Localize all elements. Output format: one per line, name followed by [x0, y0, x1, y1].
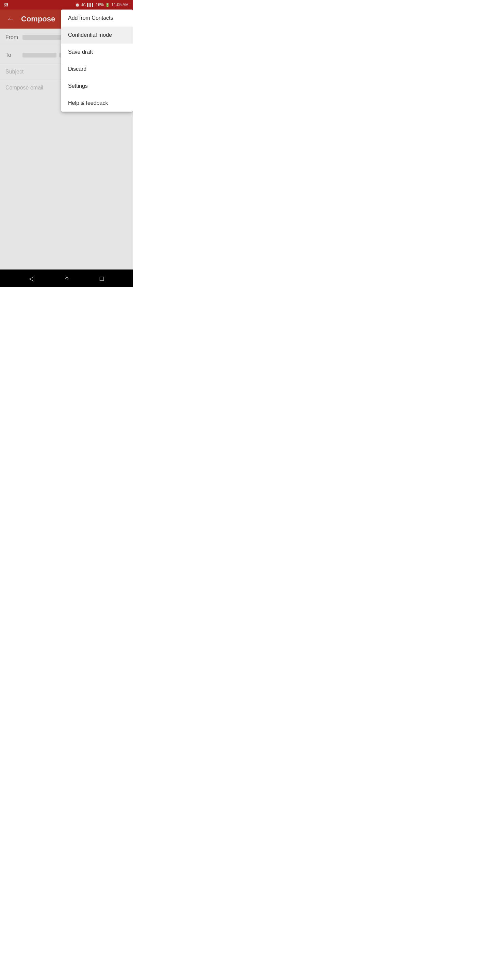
- menu-item-add-from-contacts[interactable]: Add from Contacts: [61, 10, 133, 27]
- menu-item-settings[interactable]: Settings: [61, 78, 133, 95]
- menu-item-confidential-mode[interactable]: Confidential mode: [61, 27, 133, 43]
- dropdown-menu: Add from Contacts Confidential mode Save…: [61, 10, 133, 111]
- menu-item-discard[interactable]: Discard: [61, 60, 133, 78]
- menu-item-help-feedback[interactable]: Help & feedback: [61, 95, 133, 111]
- menu-item-save-draft[interactable]: Save draft: [61, 43, 133, 60]
